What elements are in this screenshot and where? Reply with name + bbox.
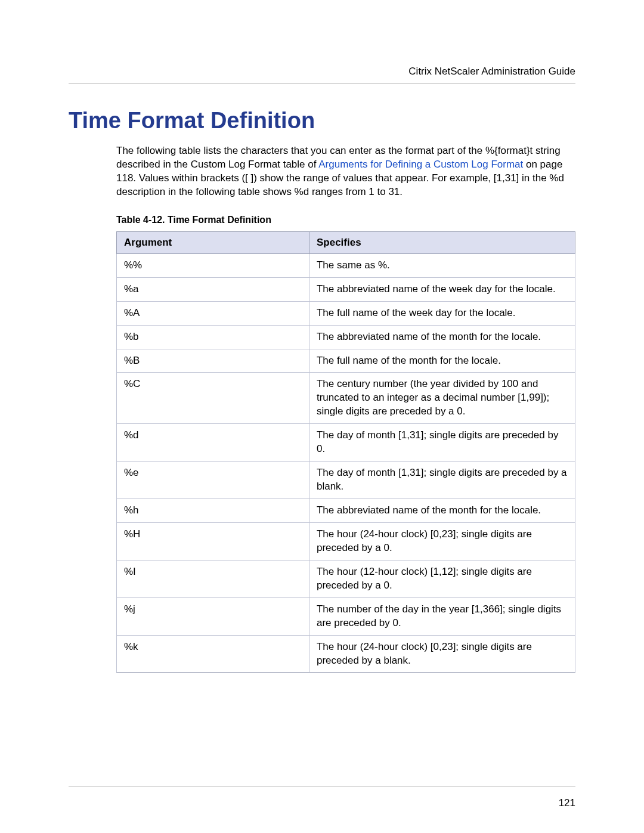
- cell-specifies: The full name of the month for the local…: [309, 349, 575, 373]
- cell-specifies: The hour (24-hour clock) [0,23]; single …: [309, 635, 575, 673]
- cell-argument: %h: [117, 499, 309, 523]
- page-title: Time Format Definition: [69, 108, 575, 134]
- table-header-row: Argument Specifies: [117, 231, 575, 253]
- cell-argument: %j: [117, 597, 309, 635]
- time-format-table: Argument Specifies %% The same as %. %a …: [116, 231, 575, 673]
- header-rule: [69, 83, 575, 84]
- intro-paragraph: The following table lists the characters…: [116, 144, 575, 199]
- cell-argument: %%: [117, 253, 309, 277]
- page-number: 121: [559, 797, 575, 809]
- cell-argument: %A: [117, 301, 309, 325]
- cell-specifies: The day of month [1,31]; single digits a…: [309, 424, 575, 462]
- table-row: %B The full name of the month for the lo…: [117, 349, 575, 373]
- cell-argument: %I: [117, 560, 309, 597]
- table-row: %a The abbreviated name of the week day …: [117, 277, 575, 301]
- cell-argument: %e: [117, 462, 309, 499]
- cell-argument: %C: [117, 373, 309, 424]
- page-container: Citrix NetScaler Administration Guide Ti…: [0, 0, 644, 833]
- table-row: %% The same as %.: [117, 253, 575, 277]
- custom-log-format-link[interactable]: Arguments for Defining a Custom Log Form…: [318, 159, 523, 170]
- cell-specifies: The same as %.: [309, 253, 575, 277]
- footer-rule: [69, 786, 575, 786]
- cell-specifies: The abbreviated name of the week day for…: [309, 277, 575, 301]
- cell-specifies: The hour (24-hour clock) [0,23]; single …: [309, 522, 575, 560]
- cell-argument: %k: [117, 635, 309, 673]
- cell-specifies: The abbreviated name of the month for th…: [309, 325, 575, 349]
- cell-specifies: The full name of the week day for the lo…: [309, 301, 575, 325]
- cell-specifies: The hour (12-hour clock) [1,12]; single …: [309, 560, 575, 597]
- cell-specifies: The abbreviated name of the month for th…: [309, 499, 575, 523]
- table-row: %h The abbreviated name of the month for…: [117, 499, 575, 523]
- table-row: %b The abbreviated name of the month for…: [117, 325, 575, 349]
- table-row: %j The number of the day in the year [1,…: [117, 597, 575, 635]
- col-header-argument: Argument: [117, 231, 309, 253]
- table-caption: Table 4-12. Time Format Definition: [116, 215, 575, 225]
- table-row: %d The day of month [1,31]; single digit…: [117, 424, 575, 462]
- table-row: %H The hour (24-hour clock) [0,23]; sing…: [117, 522, 575, 560]
- table-row: %k The hour (24-hour clock) [0,23]; sing…: [117, 635, 575, 673]
- cell-argument: %d: [117, 424, 309, 462]
- cell-argument: %a: [117, 277, 309, 301]
- table-row: %A The full name of the week day for the…: [117, 301, 575, 325]
- cell-argument: %b: [117, 325, 309, 349]
- table-row: %I The hour (12-hour clock) [1,12]; sing…: [117, 560, 575, 597]
- cell-argument: %H: [117, 522, 309, 560]
- table-row: %e The day of month [1,31]; single digit…: [117, 462, 575, 499]
- cell-specifies: The day of month [1,31]; single digits a…: [309, 462, 575, 499]
- cell-specifies: The number of the day in the year [1,366…: [309, 597, 575, 635]
- running-header: Citrix NetScaler Administration Guide: [69, 66, 575, 78]
- col-header-specifies: Specifies: [309, 231, 575, 253]
- table-row: %C The century number (the year divided …: [117, 373, 575, 424]
- cell-argument: %B: [117, 349, 309, 373]
- cell-specifies: The century number (the year divided by …: [309, 373, 575, 424]
